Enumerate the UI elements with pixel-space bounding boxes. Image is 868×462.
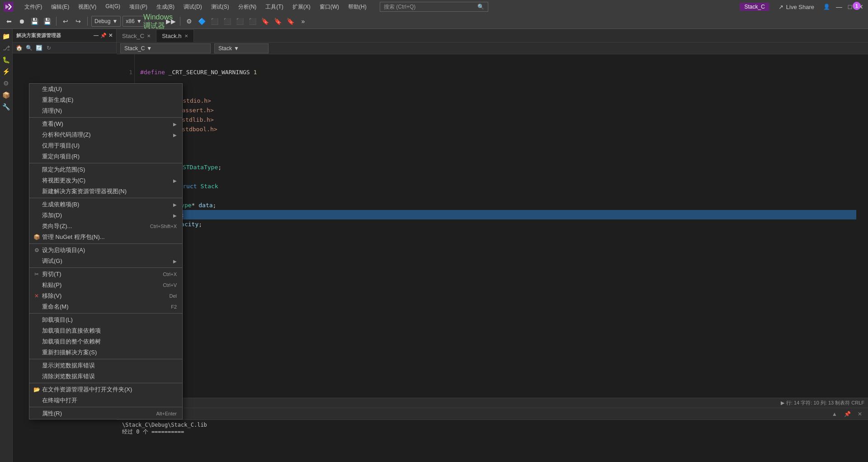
ctx-view[interactable]: 查看(W) ▶ [29,119,182,129]
ctx-new-explorer[interactable]: 新建解决方案资源管理器视图(N) [29,186,182,197]
restart-btn[interactable]: ▶▶ [165,16,176,27]
file-dropdown[interactable]: Stack_C ▼ [120,43,211,53]
ctx-retarget-label: 重定向项目(R) [40,152,177,161]
tab-stack-h-close[interactable]: ✕ [184,33,188,38]
ctx-rescan[interactable]: 重新扫描解决方案(S) [29,347,182,358]
panel-pin-btn[interactable]: 📌 [843,410,852,419]
sidebar-close-btn[interactable]: ✕ [108,33,113,38]
menu-help[interactable]: 帮助(H) [344,2,370,12]
ctx-open-folder[interactable]: 📂 在文件资源管理器中打开文件夹(X) [29,384,182,395]
code-line-14: { [140,191,856,200]
menu-view[interactable]: 视图(V) [75,2,100,12]
ctx-build[interactable]: 生成(U) [29,84,182,95]
toolbar-misc1[interactable]: ⚙ [184,16,195,27]
toolbar-bookmark3[interactable]: 🔖 [285,16,296,27]
ctx-add[interactable]: 添加(D) ▶ [29,210,182,221]
panel-maximize-btn[interactable]: ▲ [830,410,839,419]
code-content[interactable]: #define _CRT_SECURE_NO_WARNINGS 1 ⊟ #inc… [135,54,862,398]
code-line-empty-10 [140,153,856,162]
tab-stack-h[interactable]: Stack.h ✕ [156,29,193,42]
stack-name: Stack [200,181,218,191]
stack-dropdown[interactable]: Stack ▼ [214,43,269,53]
activity-nuget[interactable]: 📦 [1,90,12,100]
tab-stack-c[interactable]: Stack_C ✕ [117,29,156,42]
ctx-project-only[interactable]: 仅用于项目(U) [29,140,182,151]
ctx-debug-menu[interactable]: 调试(G) ▶ [29,256,182,267]
config-dropdown[interactable]: Debug ▼ [91,16,121,27]
activity-settings[interactable]: ⚙ [1,78,12,89]
platform-dropdown[interactable]: x86 ▼ [123,16,145,27]
ctx-remove[interactable]: ✕ 移除(V) Del [29,291,182,301]
activity-gear[interactable]: 🔧 [1,101,12,112]
ctx-properties[interactable]: 属性(R) Alt+Enter [29,408,182,419]
minimize-button[interactable]: — [835,3,843,10]
menu-tools[interactable]: 工具(T) [262,2,287,12]
run-button[interactable]: ▶ 本地 Windows 调试器 ▼ [153,16,164,27]
toolbar-misc2[interactable]: 🔷 [197,16,208,27]
activity-debug[interactable]: 🐛 [1,54,12,65]
menu-window[interactable]: 窗口(W) [316,2,343,12]
ctx-unload[interactable]: 卸载项目(L) [29,314,182,325]
menu-git[interactable]: Git(G) [102,2,124,12]
ctx-rebuild[interactable]: 重新生成(E) [29,95,182,105]
menu-test[interactable]: 测试(S) [208,2,233,12]
ctx-retarget[interactable]: 重定向项目(R) [29,151,182,162]
activity-ext[interactable]: ⚡ [1,66,12,77]
menu-debug[interactable]: 调试(D) [180,2,206,12]
menu-file[interactable]: 文件(F) [21,2,46,12]
ctx-change-view[interactable]: 将视图更改为(C) ▶ [29,175,182,186]
ctx-clear-browse-err[interactable]: 清除浏览数据库错误 [29,371,182,382]
ctx-nuget[interactable]: 📦 管理 NuGet 程序包(N)... [29,232,182,243]
toolbar-more[interactable]: » [298,16,309,27]
vertical-scrollbar[interactable] [862,54,868,398]
sidebar-pin-btn[interactable]: 📌 [100,33,107,38]
menu-analyze[interactable]: 分析(N) [235,2,260,12]
panel-close-btn[interactable]: ✕ [855,410,864,419]
ctx-cut[interactable]: ✂ 剪切(T) Ctrl+X [29,269,182,280]
menu-build[interactable]: 生成(B) [153,2,178,12]
menu-ext[interactable]: 扩展(X) [289,2,314,12]
tab-stack-h-label: Stack.h [162,33,181,39]
bottom-panel: ▼ | | ≡ ⚡ ▲ 📌 ✕ \Stack_C\Debug\Stack_C.l… [117,408,868,462]
ctx-load-direct[interactable]: 加载项目的直接依赖项 [29,325,182,336]
toolbar-redo-btn[interactable]: ↪ [73,16,84,27]
toolbar-bookmark[interactable]: 🔖 [260,16,271,27]
ctx-deps[interactable]: 生成依赖项(B) ▶ [29,199,182,210]
activity-explorer[interactable]: 📁 [1,31,12,42]
ctx-analyze[interactable]: 分析和代码清理(Z) ▶ [29,129,182,140]
ctx-paste[interactable]: 粘贴(P) Ctrl+V [29,280,182,291]
toolbar-bookmark2[interactable]: 🔖 [273,16,283,27]
sidebar-collapse-btn[interactable]: — [94,33,99,38]
ctx-rename[interactable]: 重命名(M) F2 [29,301,182,312]
toolbar-misc4[interactable]: ⬛ [222,16,233,27]
sidebar-refresh-btn[interactable]: ↻ [44,43,53,52]
menu-project[interactable]: 项目(P) [126,2,151,12]
toolbar-undo-btn[interactable]: ↩ [60,16,71,27]
notification-badge[interactable]: 1 [853,2,861,10]
tab-stack-c-close[interactable]: ✕ [147,33,151,38]
toolbar-forward-btn[interactable]: ⏺ [16,16,27,27]
toolbar-save-btn[interactable]: 💾 [29,16,40,27]
live-share-button[interactable]: ↗ Live Share [775,3,818,11]
toolbar-back-btn[interactable]: ⬅ [4,16,14,27]
toolbar-misc6[interactable]: ⬛ [247,16,258,27]
ctx-wizard[interactable]: 类向导(Z)... Ctrl+Shift+X [29,221,182,232]
sidebar-search-btn[interactable]: 🔍 [24,43,33,52]
ctx-nuget-label: 管理 NuGet 程序包(N)... [40,233,177,241]
search-box[interactable]: 搜索 (Ctrl+Q) 🔍 [380,2,488,12]
sidebar-home-btn[interactable]: 🏠 [14,43,24,52]
toolbar-misc3[interactable]: ⬛ [209,16,220,27]
toolbar-misc5[interactable]: ⬛ [235,16,245,27]
profile-icon[interactable]: 👤 [823,4,830,10]
next-arrow[interactable]: ▶ [781,400,784,406]
menu-edit[interactable]: 编辑(E) [47,2,73,12]
sidebar-sync-btn[interactable]: 🔄 [34,43,43,52]
ctx-open-terminal[interactable]: 在终端中打开 [29,395,182,406]
ctx-set-startup[interactable]: ⚙ 设为启动项目(A) [29,245,182,256]
activity-git[interactable]: ⎇ [1,43,12,53]
ctx-clean[interactable]: 清理(N) [29,105,182,116]
ctx-show-browse-err[interactable]: 显示浏览数据库错误 [29,360,182,371]
ctx-load-all[interactable]: 加载项目的整个依赖树 [29,336,182,347]
toolbar-save-all-btn[interactable]: 💾 [42,16,52,27]
ctx-scope[interactable]: 限定为此范围(S) [29,164,182,175]
